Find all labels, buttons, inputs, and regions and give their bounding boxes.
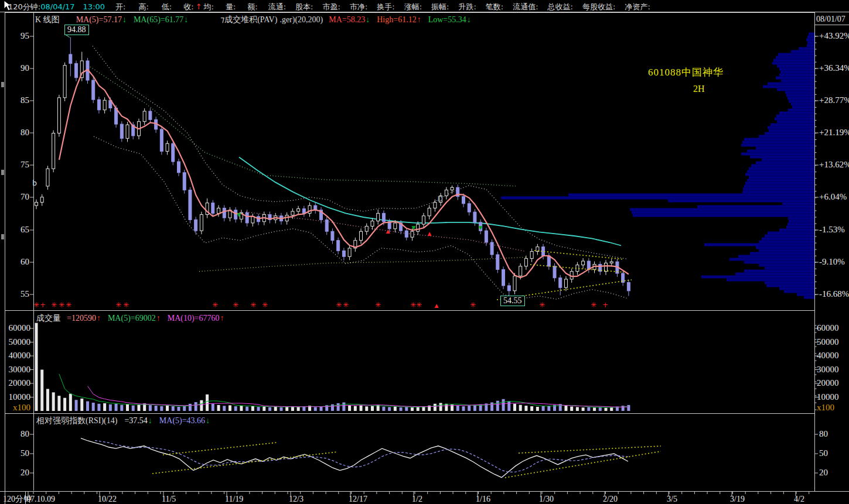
status-field: 每股收益: (582, 2, 615, 12)
status-field: 流通值: (513, 2, 538, 12)
status-field: 08/04/17 (40, 2, 74, 11)
volume-bars (35, 323, 630, 411)
svg-text:✳: ✳ (375, 301, 381, 309)
svg-text:✳: ✳ (250, 301, 256, 309)
status-field: 升跌: (458, 2, 476, 12)
right-axis-date: 08/01/07 (816, 15, 845, 24)
volume-axis-label: 30000 (817, 365, 839, 375)
percent-axis-label: +28.77% (819, 95, 849, 105)
percent-axis-label: +43.92% (819, 31, 849, 41)
status-field: 额: (247, 2, 257, 12)
date-label: 4/2 (794, 494, 804, 504)
svg-text:✳: ✳ (539, 301, 545, 309)
price-axis-label: 60 (6, 257, 29, 267)
status-field: MA(65)=61.77 (134, 15, 183, 25)
status-field: MA(5)=43.66 (159, 416, 205, 426)
date-label: 3/5 (667, 494, 677, 504)
price-axis-label: 75 (6, 160, 29, 170)
rsi-indicator-header: 相对强弱指数(RSI)(14)=37.54↓MA(5)=43.66↓ (36, 416, 210, 426)
rsi-axis-label: 50 (6, 448, 29, 458)
volume-axis-label: 50000 (817, 337, 839, 347)
volume-indicator-header: 成交量=120590↑MA(5)=69002↑MA(10)=67760↑ (36, 313, 224, 324)
svg-text:✳: ✳ (470, 301, 476, 309)
date-label: 1/2 (412, 494, 422, 504)
status-field: 股本: (295, 2, 313, 12)
price-axis-label: 95 (6, 31, 29, 41)
percent-axis-label: -9.10% (819, 257, 845, 267)
status-field: Low=55.34 (428, 15, 466, 25)
trough-price-label: 54.55 (500, 296, 525, 306)
svg-text:✳: ✳ (336, 301, 342, 309)
status-field: 高: (138, 2, 148, 12)
status-field: ↑ (196, 2, 202, 11)
svg-text:✳: ✳ (416, 301, 422, 309)
svg-text:✳: ✳ (343, 301, 349, 309)
rsi-axis-label: 50 (819, 448, 828, 458)
status-field: 低: (162, 2, 172, 12)
rsi-axis-label: 80 (6, 429, 29, 439)
status-field: ↓ (366, 15, 370, 25)
svg-text:b: b (32, 179, 37, 187)
svg-text:▼: ▼ (237, 212, 241, 218)
date-label: 3/19 (730, 494, 745, 504)
volume-axis-label: 60000 (817, 323, 839, 333)
rsi-line (81, 438, 628, 478)
date-label: 07.10.09 (26, 494, 55, 504)
status-field: ↑ (97, 314, 101, 323)
date-label: 12/17 (349, 494, 367, 504)
status-field: 13:00 (83, 2, 105, 11)
volume-ma-lines (59, 374, 629, 407)
svg-text:✳: ✳ (66, 301, 71, 309)
svg-text:▼: ▼ (479, 225, 483, 231)
status-field: ↑ (220, 314, 224, 323)
status-field: 振幅: (431, 2, 449, 12)
status-field: ↓ (148, 416, 152, 426)
stock-watermark-period: 2H (693, 84, 705, 94)
status-field: 换手: (377, 2, 394, 12)
percent-axis-label: +21.19% (819, 128, 849, 138)
status-field: 市净: (350, 2, 367, 12)
svg-text:✳: ✳ (262, 301, 268, 309)
volume-axis-unit: x100 (2, 403, 30, 413)
status-field: ↓ (122, 15, 127, 25)
percent-axis-label: -16.68% (819, 289, 849, 299)
date-label: 10/22 (98, 494, 117, 504)
peak-price-label: 94.88 (64, 25, 89, 35)
volume-axis-label: 10000 (2, 392, 30, 402)
status-field: High=61.12 (377, 15, 416, 25)
svg-text:✳: ✳ (591, 301, 596, 309)
svg-text:▼: ▼ (412, 225, 416, 231)
rsi-axis-label: 20 (819, 468, 828, 478)
status-field: K 线图 (35, 15, 60, 25)
status-field: 流通: (268, 2, 286, 12)
svg-text:D: D (437, 195, 442, 203)
status-field: MA(5)=57.17 (76, 15, 122, 25)
svg-text:✳: ✳ (233, 301, 238, 309)
svg-text:✳: ✳ (410, 301, 416, 309)
volume-axis-label: 20000 (2, 378, 30, 388)
date-label: 12/3 (289, 494, 304, 504)
svg-text:▲: ▲ (428, 231, 432, 236)
percent-axis-label: -1.53% (819, 225, 845, 235)
status-field: ↓ (206, 416, 210, 426)
status-field: .ger)(20,200) (279, 15, 323, 25)
percent-axis-label: +36.34% (819, 63, 849, 73)
volume-axis-label: 20000 (817, 378, 839, 388)
volume-axis-label: 10000 (817, 392, 839, 402)
date-label: 11/19 (225, 494, 243, 504)
status-field: 涨幅: (404, 2, 422, 12)
price-axis-label: 55 (6, 289, 29, 299)
kline-indicator-header: K 线图MA(5)=57.17↓MA(65)=61.77↓⁊成交堆积(PAV).… (35, 15, 471, 25)
rsi-ma-line (95, 441, 628, 472)
status-field: ↓ (467, 15, 471, 25)
status-field: 量: (226, 2, 236, 12)
svg-text:+: + (602, 301, 608, 309)
status-field: 相对强弱指数(RSI)(14) (36, 416, 117, 426)
rsi-axis-label: 80 (819, 429, 828, 439)
status-field: ↑ (156, 314, 161, 323)
svg-text:✳: ✳ (123, 301, 129, 309)
indicator-bands (88, 46, 628, 300)
status-field: =37.54 (124, 416, 147, 426)
volume-axis-label: 60000 (2, 323, 30, 333)
percent-axis-label: +6.04% (819, 192, 847, 202)
